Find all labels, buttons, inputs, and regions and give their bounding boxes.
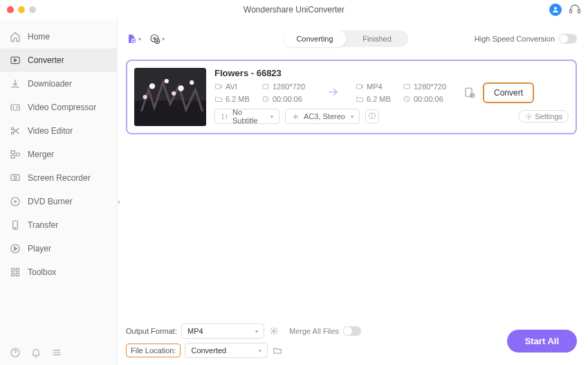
sidebar-item-transfer[interactable]: Transfer [0,213,117,237]
sidebar-item-recorder[interactable]: Screen Recorder [0,166,117,190]
svg-point-24 [154,37,156,39]
sidebar-item-dvd[interactable]: DVD Burner [0,190,117,213]
sidebar-item-label: DVD Burner [28,197,73,206]
close-icon[interactable] [7,6,14,13]
sidebar-item-toolbox[interactable]: Toolbox [0,260,117,284]
add-file-button[interactable]: ▾ [126,31,141,46]
sidebar: Home Converter Downloader Video Compress… [0,19,118,365]
record-icon [10,172,21,184]
svg-point-42 [528,116,530,118]
src-format: AVI [226,82,237,91]
svg-point-30 [178,85,183,91]
sidebar-item-label: Downloader [28,79,72,89]
bottom-bar: Output Format: MP4▾ Merge All Files File… [126,318,577,358]
svg-point-33 [172,91,176,96]
arrow-right-icon [322,85,344,101]
convert-button[interactable]: Convert [483,82,534,103]
resolution-icon [261,82,270,91]
dst-format: MP4 [367,82,383,91]
svg-rect-4 [11,105,19,110]
app-body: Home Converter Downloader Video Compress… [0,19,588,365]
status-tabs: Converting Finished [284,30,408,47]
minimize-icon[interactable] [18,6,25,13]
maximize-icon[interactable] [29,6,36,13]
sidebar-item-home[interactable]: Home [0,25,117,48]
app-window: Wondershare UniConverter Home Converter … [0,0,588,365]
gear-icon[interactable] [268,326,279,337]
sidebar-item-label: Transfer [28,220,58,230]
start-all-button[interactable]: Start All [507,330,577,353]
sidebar-item-merger[interactable]: Merger [0,143,117,166]
chevron-down-icon: ▾ [138,36,141,42]
hsc-label: High Speed Conversion [475,35,555,43]
svg-point-0 [554,7,557,10]
svg-rect-9 [16,153,19,156]
svg-rect-35 [263,84,268,89]
folder-icon [214,95,223,103]
svg-rect-19 [12,273,15,276]
subtitle-icon [221,112,228,121]
svg-rect-17 [12,269,15,271]
audio-select[interactable]: AC3, Stereo▾ [285,109,360,124]
svg-rect-7 [11,151,15,154]
sidebar-footer [0,340,117,365]
download-icon [10,78,21,89]
clock-icon [261,95,270,103]
preset-icon[interactable] [463,87,476,99]
high-speed-toggle-group: High Speed Conversion [475,34,577,44]
file-card[interactable]: Flowers - 66823 AVI 1280*720 6.2 MB 00:0… [126,60,577,134]
sidebar-item-label: Screen Recorder [28,173,91,183]
tab-finished[interactable]: Finished [346,30,408,47]
transfer-icon [10,220,21,231]
dst-size: 6.2 MB [367,95,391,103]
src-resolution: 1280*720 [273,82,305,91]
hsc-toggle[interactable] [559,34,577,44]
help-icon[interactable] [10,347,21,358]
main-panel: ▾ ▾ Converting Finished High Speed Conve… [118,19,588,365]
add-disc-button[interactable]: ▾ [149,31,165,46]
svg-rect-8 [11,155,15,158]
info-button[interactable]: ⓘ [365,109,379,123]
output-format-label: Output Format: [126,327,177,335]
video-icon [214,82,223,91]
converter-icon [10,55,21,66]
compress-icon [10,102,21,113]
file-location-label: File Location: [126,344,181,357]
merge-label: Merge All Files [289,327,339,335]
sidebar-item-editor[interactable]: Video Editor [0,119,117,143]
file-title: Flowers - 66823 [214,68,569,78]
titlebar: Wondershare UniConverter [0,0,588,19]
grid-icon [10,267,21,278]
merge-toggle[interactable] [343,326,361,336]
bell-icon[interactable] [30,347,42,358]
conversion-meta: AVI 1280*720 6.2 MB 00:00:06 [214,82,569,103]
file-location-select[interactable]: Converted▾ [185,343,268,358]
gear-icon [524,112,533,121]
support-icon[interactable] [569,3,581,16]
tab-converting[interactable]: Converting [284,30,346,47]
sidebar-item-label: Merger [28,150,54,159]
svg-point-12 [11,197,19,206]
sidebar-item-label: Converter [28,55,64,65]
menu-icon[interactable] [51,347,62,358]
subtitle-select[interactable]: No Subtitle▾ [214,109,279,124]
video-thumbnail[interactable] [134,68,206,126]
sidebar-item-player[interactable]: Player [0,237,117,260]
sidebar-item-compressor[interactable]: Video Compressor [0,96,117,119]
svg-point-15 [15,227,15,228]
svg-point-29 [165,79,169,83]
sidebar-item-downloader[interactable]: Downloader [0,72,117,96]
account-icon[interactable] [549,3,562,16]
output-format-select[interactable]: MP4▾ [181,323,264,339]
toolbar: ▾ ▾ Converting Finished High Speed Conve… [126,26,577,51]
window-controls [7,6,36,13]
open-folder-icon[interactable] [272,345,283,356]
folder-icon [356,95,364,103]
collapse-handle[interactable]: ‹ [116,196,122,207]
svg-rect-34 [216,84,221,89]
svg-point-43 [273,330,275,332]
scissors-icon [10,125,21,136]
video-icon [356,82,364,91]
sidebar-item-converter[interactable]: Converter [0,48,117,72]
settings-button[interactable]: Settings [518,110,569,123]
